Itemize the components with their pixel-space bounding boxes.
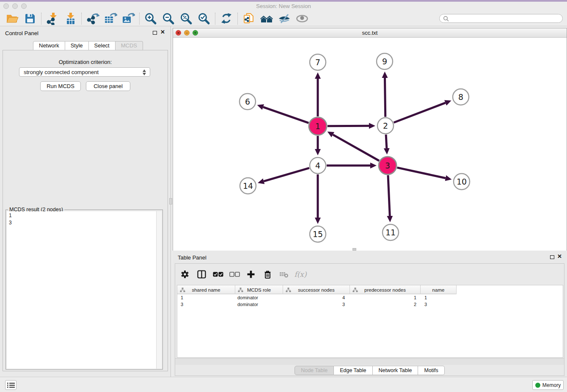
add-row-button[interactable]: [246, 270, 256, 279]
graph-node-label: 15: [313, 229, 323, 239]
deselect-all-button[interactable]: [230, 271, 239, 277]
graph-edge-2-8[interactable]: [394, 103, 446, 123]
open-session-button[interactable]: [3, 12, 21, 25]
hide-selected-button[interactable]: [275, 12, 293, 25]
close-panel-button[interactable]: Close panel: [86, 81, 130, 91]
export-table-icon: [104, 12, 117, 25]
refresh-icon: [220, 12, 233, 25]
column-label: MCDS role: [247, 287, 271, 293]
function-builder-button[interactable]: f(x): [296, 270, 305, 279]
graph-edge-1-2[interactable]: [328, 126, 369, 126]
task-history-button[interactable]: [5, 380, 17, 390]
table-cell: 2: [350, 302, 421, 307]
window-titlebar: Session: New Session: [0, 2, 567, 11]
graph-node-label: 9: [382, 57, 387, 66]
minimize-window-button[interactable]: [12, 3, 18, 9]
graph-node-label: 14: [243, 181, 253, 190]
close-table-panel-icon[interactable]: ✕: [557, 253, 562, 259]
close-window-button[interactable]: [3, 3, 9, 9]
tab-node-table[interactable]: Node Table: [295, 366, 334, 375]
tab-style[interactable]: Style: [65, 41, 89, 50]
split-columns-button[interactable]: [197, 270, 206, 279]
zoom-in-icon: [144, 12, 157, 25]
tab-select[interactable]: Select: [89, 41, 116, 50]
graph-edge-1-6[interactable]: [263, 107, 308, 123]
graph-edge-2-9[interactable]: [385, 78, 385, 117]
export-table-button[interactable]: [102, 12, 119, 25]
network-canvas[interactable]: 7968124314101511: [173, 38, 567, 251]
graph-edge-3-10[interactable]: [397, 168, 445, 178]
column-header-predecessor-nodes[interactable]: predecessor nodes: [350, 285, 421, 294]
column-header-mcds-role[interactable]: MCDS role: [235, 285, 283, 294]
first-neighbors-button[interactable]: [258, 12, 275, 25]
search-box[interactable]: [439, 14, 563, 23]
tab-edge-table[interactable]: Edge Table: [334, 366, 372, 375]
show-all-button[interactable]: [293, 12, 311, 25]
copy-network-icon: [242, 12, 255, 25]
criterion-dropdown[interactable]: strongly connected component: [19, 67, 150, 77]
run-mcds-button[interactable]: Run MCDS: [40, 81, 81, 91]
table-toolbar: f(x): [180, 265, 305, 283]
import-table-button[interactable]: [61, 12, 79, 25]
search-input[interactable]: [449, 16, 555, 22]
tab-motifs[interactable]: Motifs: [418, 366, 444, 375]
graph-edge-3-1[interactable]: [333, 135, 379, 161]
table-horizontal-scrollbar[interactable]: [175, 358, 564, 365]
graph-edge-2-3[interactable]: [386, 135, 387, 148]
trash-icon: [264, 270, 272, 279]
table-row[interactable]: 3dominator323: [177, 301, 563, 308]
zoom-fit-button[interactable]: [177, 12, 195, 25]
network-window-controls[interactable]: ✕ − +: [176, 30, 198, 36]
memory-button[interactable]: Memory: [532, 380, 564, 390]
panel-splitter-handle[interactable]: [169, 198, 172, 204]
table-cell: 1: [421, 295, 457, 300]
export-network-button[interactable]: [84, 12, 102, 25]
tab-network-table[interactable]: Network Table: [373, 366, 418, 375]
minimize-network-icon[interactable]: −: [184, 30, 190, 36]
import-network-button[interactable]: [44, 12, 61, 25]
plus-icon: [247, 270, 255, 279]
column-header-shared-name[interactable]: shared name: [177, 285, 235, 294]
maximize-network-icon[interactable]: +: [193, 30, 198, 36]
table-cell: dominator: [235, 295, 283, 300]
save-floppy-icon: [25, 13, 36, 24]
zoom-out-button[interactable]: [160, 12, 177, 25]
column-header-successor-nodes[interactable]: successor nodes: [283, 285, 350, 294]
float-table-panel-icon[interactable]: [550, 255, 554, 259]
delete-table-button[interactable]: [279, 271, 289, 278]
save-session-button[interactable]: [21, 12, 39, 25]
graph-node-label: 8: [458, 92, 463, 102]
result-scrollbar[interactable]: [156, 211, 162, 369]
table-container: f(x) shared name MCDS role successor nod…: [175, 263, 564, 376]
search-icon: [443, 16, 449, 22]
export-image-button[interactable]: [119, 12, 137, 25]
column-settings-button[interactable]: [180, 270, 190, 279]
select-all-button[interactable]: [213, 271, 223, 277]
mcds-result-list[interactable]: 1 3: [7, 211, 157, 369]
table-row[interactable]: 1dominator411: [177, 294, 563, 301]
column-header-name[interactable]: name: [421, 285, 457, 294]
graph-edge-4-14[interactable]: [264, 168, 309, 181]
checked-boxes-icon: [213, 271, 223, 277]
graph-edge-3-11[interactable]: [388, 175, 390, 216]
graph-node-label: 11: [385, 228, 396, 237]
toolbar-separator: [139, 13, 140, 25]
tab-network[interactable]: Network: [33, 41, 65, 50]
eye-icon: [296, 14, 308, 24]
window-controls[interactable]: [3, 3, 27, 9]
delete-row-button[interactable]: [263, 270, 272, 279]
zoom-window-button[interactable]: [21, 3, 27, 9]
float-panel-icon[interactable]: [153, 31, 157, 35]
zoom-in-button[interactable]: [142, 12, 160, 25]
tree-icon: [180, 287, 185, 293]
close-network-icon[interactable]: ✕: [176, 30, 181, 36]
close-panel-icon[interactable]: ✕: [160, 29, 165, 35]
table-body: 1dominator4113dominator323: [177, 294, 563, 308]
copy-view-button[interactable]: [240, 12, 258, 25]
tab-mcds[interactable]: MCDS: [116, 41, 143, 50]
network-window-titlebar[interactable]: ✕ − + scc.txt: [173, 28, 567, 38]
control-panel-tabs: Network Style Select MCDS: [33, 41, 143, 50]
column-label: name: [432, 287, 445, 293]
zoom-selected-button[interactable]: [195, 12, 213, 25]
refresh-view-button[interactable]: [217, 12, 235, 25]
